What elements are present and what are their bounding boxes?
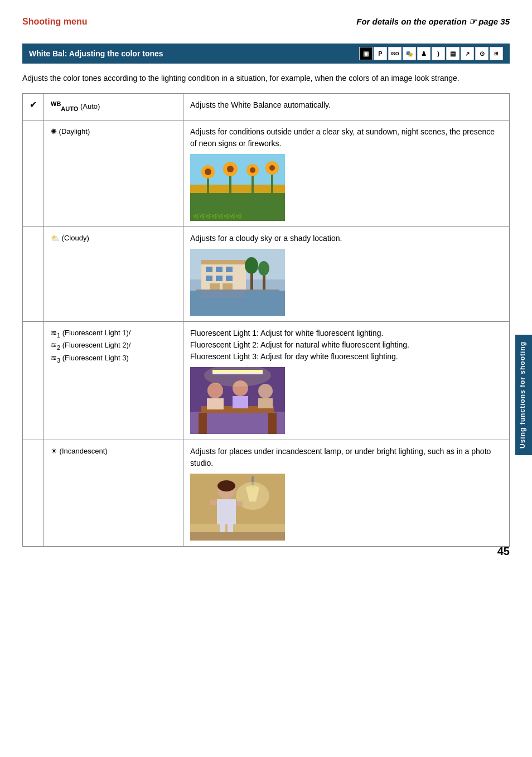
check-cell-incandescent [23, 440, 44, 546]
incandescent-label: ☀ (Incandescent) [51, 446, 176, 457]
svg-rect-45 [233, 396, 248, 408]
auto-label: WBAUTO (Auto) [51, 99, 176, 114]
mode-icon-camera: ▣ [359, 47, 373, 60]
table-row: ✔ WBAUTO (Auto) Adjusts the White Balanc… [23, 94, 510, 120]
svg-rect-61 [210, 500, 217, 505]
mode-icon-scene6: ⊙ [475, 47, 489, 60]
col-left-cloudy: ⛅ (Cloudy) [44, 226, 183, 321]
svg-text:🌿🌿🌿🌿🌿🌿🌿🌿: 🌿🌿🌿🌿🌿🌿🌿🌿 [193, 213, 243, 220]
check-cell-auto: ✔ [23, 94, 44, 120]
page-number: 45 [497, 545, 510, 558]
mode-icon-scene1: 🎭 [403, 47, 416, 60]
mode-icon-panorama: ⊞ [490, 47, 503, 60]
operation-ref: For details on the operation ☞ page 35 [356, 17, 510, 27]
col-left-fluorescent: ≋1 (Fluorescent Light 1)/ ≋2 (Fluorescen… [44, 321, 183, 440]
check-cell-cloudy [23, 226, 44, 321]
section-title-text: White Bal: Adjusting the color tones [29, 49, 163, 58]
wb-table: ✔ WBAUTO (Auto) Adjusts the White Balanc… [22, 93, 510, 547]
col-left-auto: WBAUTO (Auto) [44, 94, 183, 120]
fluorescent-description: Fluorescent Light 1: Adjust for white fl… [190, 329, 409, 361]
check-cell-daylight [23, 120, 44, 226]
cloudy-description: Adjusts for a cloudy sky or a shady loca… [190, 234, 342, 243]
header: Shooting menu For details on the operati… [22, 17, 510, 27]
svg-rect-40 [268, 413, 277, 434]
svg-rect-47 [258, 398, 273, 408]
shooting-menu-title: Shooting menu [22, 17, 87, 27]
side-tab: Using functions for shooting [515, 335, 532, 455]
svg-rect-21 [206, 267, 212, 272]
svg-rect-39 [199, 413, 207, 434]
col-left-daylight: ✺ (Daylight) [44, 120, 183, 226]
svg-point-14 [269, 165, 275, 171]
side-tab-text: Using functions for shooting [519, 341, 526, 449]
svg-rect-23 [226, 267, 233, 272]
daylight-label: ✺ (Daylight) [51, 126, 176, 138]
fluorescent-image [190, 367, 285, 434]
svg-rect-33 [201, 291, 246, 298]
svg-point-46 [258, 384, 273, 398]
mode-icon-p: P [374, 47, 387, 60]
svg-rect-24 [206, 276, 212, 281]
table-row: ≋1 (Fluorescent Light 1)/ ≋2 (Fluorescen… [23, 321, 510, 440]
intro-text: Adjusts the color tones according to the… [22, 73, 510, 84]
section-title-bar: White Bal: Adjusting the color tones ▣ P… [22, 44, 510, 64]
svg-point-30 [245, 257, 258, 274]
incandescent-image [190, 474, 285, 541]
svg-rect-65 [190, 532, 285, 541]
page-wrapper: Shooting menu For details on the operati… [0, 0, 532, 569]
cloudy-image [190, 249, 285, 316]
svg-rect-22 [216, 267, 223, 272]
cloudy-label: ⛅ (Cloudy) [51, 233, 176, 244]
svg-rect-60 [217, 499, 236, 524]
table-row: ☀ (Incandescent) Adjusts for places unde… [23, 440, 510, 546]
col-right-daylight: Adjusts for conditions outside under a c… [183, 120, 510, 226]
table-row: ✺ (Daylight) Adjusts for conditions outs… [23, 120, 510, 226]
svg-point-8 [205, 168, 211, 175]
checkmark-auto: ✔ [30, 100, 37, 109]
svg-point-59 [217, 480, 235, 491]
svg-point-10 [227, 166, 234, 172]
mode-icon-scene4: ▤ [446, 47, 460, 60]
svg-rect-26 [226, 276, 233, 281]
table-row: ⛅ (Cloudy) Adjusts for a cloudy sky or a… [23, 226, 510, 321]
incandescent-description: Adjusts for places under incandescent la… [190, 447, 491, 467]
svg-rect-20 [201, 260, 246, 264]
mode-icon-scene3: ) [432, 47, 445, 60]
mode-icon-scene2: ♟ [417, 47, 431, 60]
mode-icon-iso: ISO [388, 47, 402, 60]
svg-rect-2 [190, 185, 285, 193]
col-right-cloudy: Adjusts for a cloudy sky or a shady loca… [183, 226, 510, 321]
svg-point-32 [258, 261, 269, 276]
svg-rect-25 [216, 276, 223, 281]
svg-rect-62 [236, 502, 243, 506]
col-right-auto: Adjusts the White Balance automatically. [183, 94, 510, 120]
daylight-description: Adjusts for conditions outside under a c… [190, 127, 495, 148]
svg-rect-43 [207, 398, 224, 409]
sunflowers-image: 🌿🌿🌿🌿🌿🌿🌿🌿 [190, 154, 285, 221]
mode-icons: ▣ P ISO 🎭 ♟ ) ▤ ↗ ⊙ ⊞ [359, 47, 503, 60]
svg-point-12 [250, 167, 255, 173]
auto-description: Adjusts the White Balance automatically. [190, 100, 331, 109]
col-right-fluorescent: Fluorescent Light 1: Adjust for white fl… [183, 321, 510, 440]
fluorescent-label: ≋1 (Fluorescent Light 1)/ ≋2 (Fluorescen… [51, 327, 176, 366]
col-right-incandescent: Adjusts for places under incandescent la… [183, 440, 510, 546]
col-left-incandescent: ☀ (Incandescent) [44, 440, 183, 546]
check-cell-fluorescent [23, 321, 44, 440]
mode-icon-scene5: ↗ [461, 47, 474, 60]
